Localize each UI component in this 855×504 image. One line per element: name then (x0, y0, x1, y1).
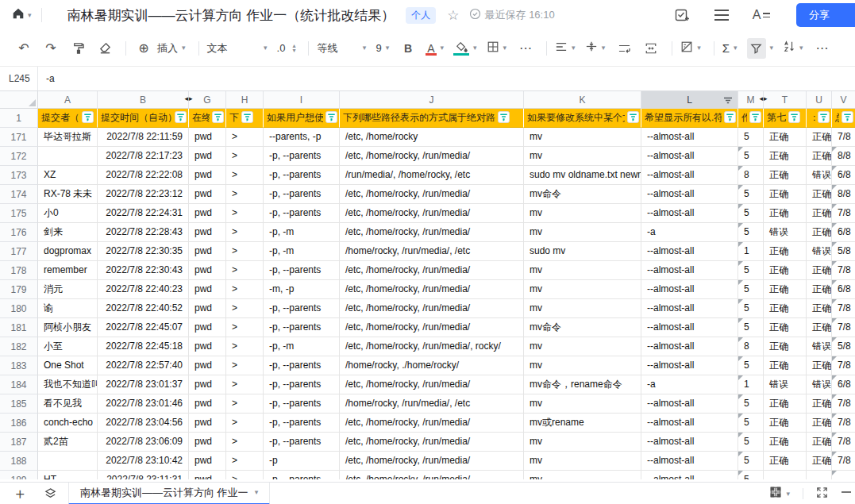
cell-H172[interactable]: > (226, 147, 264, 166)
column-header-J[interactable]: J (340, 91, 524, 108)
cell-G171[interactable]: pwd (189, 128, 226, 147)
cell-A186[interactable]: conch-echo (38, 414, 98, 433)
cell-K177[interactable]: sudo mv (524, 242, 641, 261)
redo-icon[interactable]: ↷ (41, 38, 60, 59)
cell-V171[interactable]: 7/8 (832, 128, 855, 147)
row-number[interactable]: 180 (0, 299, 38, 318)
cell-G186[interactable]: pwd (189, 414, 226, 433)
cell-I189[interactable]: -p, --parents (264, 471, 340, 479)
cell-V174[interactable]: 8/8 (832, 185, 855, 204)
cell-K171[interactable]: mv (524, 128, 641, 147)
row-number[interactable]: 182 (0, 337, 38, 356)
fill-color-button[interactable]: ▾ (453, 41, 477, 55)
cell-K188[interactable]: mv (524, 452, 641, 471)
cell-G184[interactable]: pwd (189, 375, 226, 394)
cell-G189[interactable]: pwd (189, 471, 226, 479)
column-filter-indicator-icon[interactable] (723, 96, 733, 107)
cell-A171[interactable]: 毕达哥拉斯 (38, 128, 98, 147)
cell-J179[interactable]: /etc, /home/rocky, /run/media/ (340, 280, 524, 299)
cell-B189[interactable]: 2022/7/8 23:11:31 (98, 471, 189, 479)
cell-G185[interactable]: pwd (189, 394, 226, 414)
cell-T183[interactable]: 正确 (764, 356, 807, 375)
cell-H188[interactable]: > (226, 452, 264, 471)
row-number[interactable]: 178 (0, 261, 38, 280)
cell-L185[interactable]: --almost-all (641, 394, 738, 414)
column-header-B[interactable]: B (98, 91, 189, 108)
cell-L172[interactable]: --almost-all (641, 147, 738, 166)
cell-A184[interactable]: 我也不知道叫 (38, 375, 98, 394)
cell-V179[interactable]: 6/8 (832, 280, 855, 299)
row-number[interactable]: 185 (0, 394, 38, 414)
filter-button[interactable]: ▾ (747, 38, 774, 59)
cell-M173[interactable]: 8 (738, 166, 764, 185)
cell-A181[interactable]: 阿桢小朋友 (38, 318, 98, 337)
cell-L182[interactable]: --almost-all (641, 337, 738, 356)
cell-H177[interactable]: > (226, 242, 264, 261)
column-header-V[interactable]: V (832, 91, 855, 108)
cell-J171[interactable]: /etc, /home/rocky (340, 128, 524, 147)
cell-T177[interactable]: 正确 (764, 242, 807, 261)
cell-B187[interactable]: 2022/7/8 23:06:09 (98, 433, 189, 452)
cell-T180[interactable]: 正确 (764, 299, 807, 318)
cell-K187[interactable]: mv (524, 433, 641, 452)
format-painter-icon[interactable] (68, 38, 87, 59)
cell-G173[interactable]: pwd (189, 166, 226, 185)
cell-L181[interactable]: --almost-all (641, 318, 738, 337)
cell-U181[interactable]: 正确 (807, 318, 832, 337)
view-mode-button[interactable]: ▾ (769, 486, 790, 502)
cell-T184[interactable]: 错误 (764, 375, 807, 394)
cell-H173[interactable]: > (226, 166, 264, 185)
cell-I183[interactable]: -p, --parents (264, 356, 340, 375)
wrap-text-icon[interactable] (614, 38, 634, 59)
filter-funnel-icon[interactable] (749, 111, 761, 125)
cell-M180[interactable]: 5 (738, 299, 764, 318)
cell-H179[interactable]: > (226, 280, 264, 299)
cell-A188[interactable] (38, 452, 98, 471)
filter-funnel-icon[interactable] (724, 111, 736, 125)
cell-T179[interactable]: 正确 (764, 280, 807, 299)
cell-T186[interactable]: 正确 (764, 414, 807, 433)
cell-A187[interactable]: 贰2苗 (38, 433, 98, 452)
borders-button[interactable]: ▾ (487, 40, 507, 56)
cell-H184[interactable]: > (226, 375, 264, 394)
undo-icon[interactable]: ↶ (14, 38, 33, 59)
cell-I185[interactable]: -p, --parents (264, 394, 340, 414)
cell-K172[interactable]: mv (524, 147, 641, 166)
cell-G174[interactable]: pwd (189, 185, 226, 204)
cell-H176[interactable]: > (226, 223, 264, 242)
cell-U185[interactable]: 正确 (807, 394, 832, 414)
cell-B185[interactable]: 2022/7/8 23:01:46 (98, 394, 189, 414)
cell-M172[interactable]: 5 (738, 147, 764, 166)
row-number[interactable]: 177 (0, 242, 38, 261)
number-format-dropdown[interactable]: 文本 ▾ (207, 41, 268, 56)
cell-V181[interactable]: 7/8 (832, 318, 855, 337)
cell-A177[interactable]: dogpromax (38, 242, 98, 261)
cell-A185[interactable]: 看不见我 (38, 394, 98, 414)
cell-I187[interactable]: -p, --parents (264, 433, 340, 452)
cell-J181[interactable]: /etc, /home/rocky, /run/media/ (340, 318, 524, 337)
filter-funnel-icon[interactable] (325, 111, 337, 125)
cell-I172[interactable]: -p, --parents (264, 147, 340, 166)
filter-header-cell-B[interactable]: 提交时间（自动） (98, 109, 189, 128)
filter-header-cell-T[interactable]: 第七 (764, 109, 807, 128)
vertical-align-button[interactable]: ▾ (585, 40, 606, 56)
cell-I188[interactable]: -p (264, 452, 340, 471)
cell-M187[interactable]: 5 (738, 433, 764, 452)
insert-button[interactable]: ⊕ 插入 ▾ (134, 38, 186, 59)
cell-B179[interactable]: 2022/7/8 22:40:23 (98, 280, 189, 299)
cell-G177[interactable]: pwd (189, 242, 226, 261)
cell-L176[interactable]: -a (641, 223, 738, 242)
cell-T189[interactable] (764, 471, 807, 479)
cell-G188[interactable]: pwd (189, 452, 226, 471)
cell-B188[interactable]: 2022/7/8 23:10:42 (98, 452, 189, 471)
cell-I181[interactable]: -p, --parents (264, 318, 340, 337)
cell-A189[interactable]: HT (38, 471, 98, 479)
cell-H171[interactable]: > (226, 128, 264, 147)
cell-T178[interactable]: 正确 (764, 261, 807, 280)
cell-A182[interactable]: 小至 (38, 337, 98, 356)
decimal-stepper[interactable]: .0 ▴▾ (277, 42, 296, 54)
cell-H175[interactable]: > (226, 204, 264, 223)
cell-U183[interactable]: 正确 (807, 356, 832, 375)
cell-U189[interactable] (807, 471, 832, 479)
cell-M183[interactable]: 5 (738, 356, 764, 375)
